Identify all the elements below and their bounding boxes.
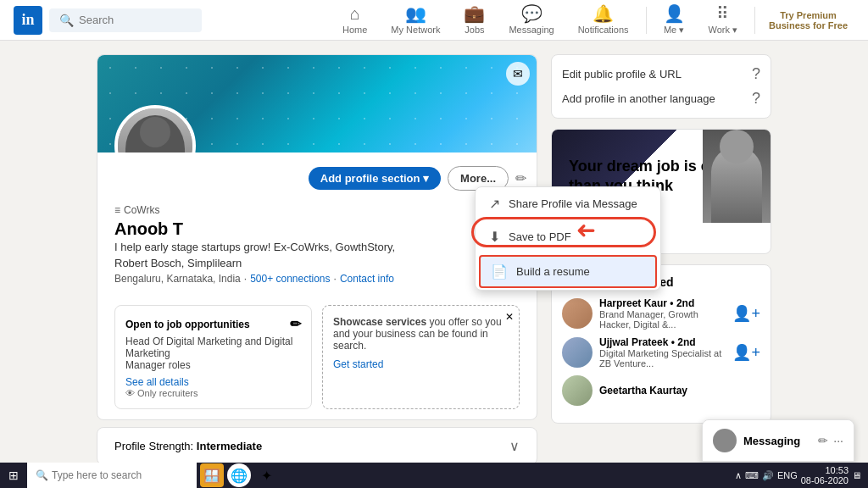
- nav-jobs[interactable]: 💼 Jobs: [453, 0, 495, 40]
- add-language-label: Add profile in another language: [562, 92, 715, 105]
- nav-notifications-label: Notifications: [578, 25, 629, 35]
- messaging-more-icon[interactable]: ···: [833, 434, 843, 447]
- open-to-title: Open to job opportunities ✏: [125, 316, 301, 332]
- person-row-3: Geetartha Kaurtay: [562, 375, 760, 406]
- nav-notifications[interactable]: 🔔 Notifications: [568, 0, 639, 40]
- person-avatar-2: [562, 337, 593, 368]
- profile-headline: I help early stage startups grow! Ex-CoW…: [114, 241, 520, 253]
- banner-message-icon[interactable]: ✉: [506, 62, 530, 86]
- person-avatar-3: [562, 375, 593, 406]
- profile-meta: Bengaluru, Karnataka, India · 500+ conne…: [114, 273, 520, 285]
- keyboard-icon: ⌨: [745, 470, 759, 481]
- nav-messaging[interactable]: 💬 Messaging: [498, 0, 564, 40]
- eye-icon: 👁: [125, 388, 135, 398]
- build-resume-item[interactable]: 📄 Build a resume: [479, 255, 657, 288]
- tray-up-icon[interactable]: ∧: [735, 470, 742, 481]
- windows-search-bar[interactable]: 🔍: [27, 463, 197, 488]
- current-company: ≡ CoWrks: [114, 204, 520, 216]
- taskbar-app-1[interactable]: 🪟: [200, 463, 224, 487]
- clock-time: 10:53: [801, 465, 849, 475]
- nav-work[interactable]: ⠿ Work ▾: [698, 0, 748, 41]
- person-row-1: Harpreet Kaur • 2nd Brand Manager, Growt…: [562, 297, 760, 330]
- add-person-2-icon[interactable]: 👤+: [732, 343, 760, 362]
- open-to-edit-icon[interactable]: ✏: [290, 316, 301, 332]
- add-person-1-icon[interactable]: 👤+: [732, 304, 760, 323]
- profile-settings-section: Edit public profile & URL ? Add profile …: [551, 54, 771, 119]
- nav-network-label: My Network: [391, 25, 440, 35]
- person-info-1: Harpreet Kaur • 2nd Brand Manager, Growt…: [599, 297, 726, 330]
- taskbar-app-3[interactable]: ✦: [254, 463, 278, 487]
- profile-banner: ✉: [97, 55, 537, 152]
- person-name-3[interactable]: Geetartha Kaurtay: [599, 385, 760, 396]
- top-navigation: in 🔍 ⌂ Home 👥 My Network 💼 Jobs 💬 Messag…: [0, 0, 868, 41]
- showcase-close-icon[interactable]: ✕: [505, 311, 514, 323]
- person-name-1[interactable]: Harpreet Kaur • 2nd: [599, 297, 726, 309]
- share-label: Share Profile via Message: [509, 197, 637, 210]
- see-all-link[interactable]: See all details: [125, 376, 189, 388]
- open-to-body: Head Of Digital Marketing and Digital Ma…: [125, 336, 301, 371]
- dot-2: ·: [334, 273, 337, 285]
- taskbar-right: ∧ ⌨ 🔊 ENG 10:53 08-06-2020 🖥: [735, 465, 868, 485]
- jobs-icon: 💼: [464, 3, 485, 24]
- nav-jobs-label: Jobs: [465, 25, 484, 35]
- nav-me[interactable]: 👤 Me ▾: [654, 0, 695, 41]
- edit-profile-label: Edit public profile & URL: [562, 68, 682, 80]
- windows-search-input[interactable]: [52, 469, 179, 481]
- nav-home-label: Home: [342, 25, 367, 35]
- showcase-card: Showcase services you offer so you and y…: [322, 305, 520, 409]
- strength-chevron-icon[interactable]: ∨: [509, 438, 520, 454]
- notification-icon[interactable]: 🖥: [852, 470, 861, 480]
- contact-info-link[interactable]: Contact info: [340, 273, 394, 285]
- profile-section: ✉ Add profile section ▾: [97, 54, 537, 472]
- lang-label[interactable]: ENG: [777, 470, 798, 480]
- nav-messaging-label: Messaging: [509, 25, 554, 35]
- share-profile-item[interactable]: ↗ Share Profile via Message: [476, 187, 660, 220]
- showcase-cta-link[interactable]: Get started: [333, 358, 383, 370]
- open-to-card: Open to job opportunities ✏ Head Of Digi…: [114, 305, 312, 409]
- clock-date: 08-06-2020: [801, 475, 849, 485]
- add-section-label: Add profile section ▾: [320, 172, 429, 185]
- linkedin-logo[interactable]: in: [14, 6, 42, 35]
- connections-link[interactable]: 500+ connections: [250, 273, 330, 285]
- edit-profile-link[interactable]: Edit public profile & URL ?: [562, 65, 760, 83]
- resume-label: Build a resume: [516, 265, 590, 278]
- person-info-3: Geetartha Kaurtay: [599, 385, 760, 396]
- privacy-label: 👁 Only recruiters: [125, 388, 301, 398]
- profile-headline-2: Robert Bosch, Simplilearn: [114, 257, 520, 269]
- taskbar-app-chrome[interactable]: 🌐: [227, 463, 251, 487]
- volume-icon[interactable]: 🔊: [762, 470, 774, 481]
- add-language-help-icon: ?: [752, 90, 760, 108]
- add-profile-section-button[interactable]: Add profile section ▾: [309, 167, 441, 190]
- profile-sub-cards: Open to job opportunities ✏ Head Of Digi…: [97, 295, 537, 419]
- add-language-link[interactable]: Add profile in another language ?: [562, 90, 760, 108]
- network-icon: 👥: [405, 3, 426, 24]
- search-input[interactable]: [79, 14, 198, 26]
- save-pdf-item[interactable]: ⬇ Save to PDF: [476, 220, 660, 253]
- windows-start-button[interactable]: ⊞: [0, 463, 27, 488]
- windows-search-icon: 🔍: [36, 469, 48, 481]
- person-title-2: Digital Marketing Specialist at ZB Ventu…: [599, 348, 726, 369]
- search-bar[interactable]: 🔍: [49, 8, 202, 32]
- notifications-icon: 🔔: [593, 3, 614, 24]
- nav-home[interactable]: ⌂ Home: [332, 1, 377, 40]
- dot-1: ·: [244, 273, 247, 285]
- app-1-icon: 🪟: [203, 468, 220, 484]
- person-avatar-1: [562, 298, 593, 329]
- messaging-avatar: [713, 429, 737, 452]
- showcase-title: Showcase services: [333, 316, 426, 328]
- profile-name: Anoob T: [114, 219, 520, 239]
- location: Bengaluru, Karnataka, India: [114, 273, 241, 285]
- nav-network[interactable]: 👥 My Network: [381, 0, 450, 40]
- messaging-compose-icon[interactable]: ✏: [818, 434, 828, 447]
- person-name-2[interactable]: Ujjwal Prateek • 2nd: [599, 336, 726, 348]
- premium-button[interactable]: Try Premium Business for Free: [762, 7, 854, 34]
- messaging-action-icons: ✏ ···: [818, 434, 843, 447]
- messaging-widget[interactable]: Messaging ✏ ···: [702, 419, 854, 463]
- me-icon: 👤: [664, 3, 685, 24]
- nav-me-label: Me ▾: [664, 25, 684, 36]
- edit-pencil-button[interactable]: ✏: [515, 170, 526, 186]
- profile-card: ✉ Add profile section ▾: [97, 54, 537, 420]
- more-label: More...: [460, 172, 496, 185]
- share-icon: ↗: [489, 196, 500, 212]
- resume-icon: 📄: [491, 263, 508, 280]
